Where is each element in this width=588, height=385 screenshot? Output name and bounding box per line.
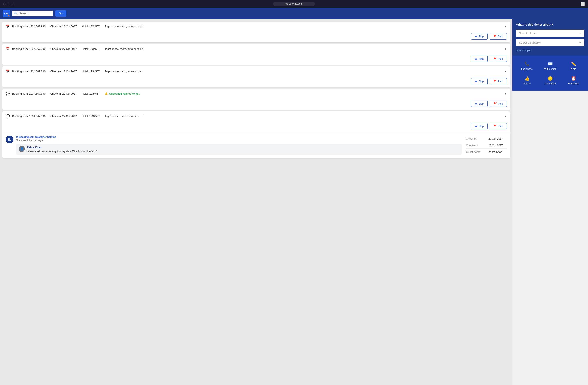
tags-5: Tags: cancel room, auto-handled xyxy=(105,115,143,118)
browser-icon: ⬜ xyxy=(581,2,585,6)
reminder-button[interactable]: ⏰ Reminder xyxy=(562,74,585,87)
topic-chevron-icon: ▼ xyxy=(579,32,582,35)
go-button[interactable]: Go xyxy=(55,10,66,17)
detail-row-checkin: Check-in: 27 Oct 2017 xyxy=(466,135,507,142)
pick-button-3[interactable]: 🚩 Pick xyxy=(490,78,507,84)
ticket-actions-3: ⏭ Skip 🚩 Pick xyxy=(2,76,510,87)
search-input[interactable] xyxy=(19,12,51,15)
pick-button-1[interactable]: 🚩 Pick xyxy=(490,33,507,39)
chat-icon-4: 💬 xyxy=(6,92,10,96)
ticket-header-4[interactable]: 💬 Booking num: 1234.567.890 Check-in: 27… xyxy=(2,89,510,98)
guest-message-text: "Please add an extra night to my stay. C… xyxy=(27,150,97,153)
note-button[interactable]: ✏️ Note xyxy=(562,59,585,73)
logo-dot xyxy=(8,15,9,16)
ticket-actions-4: ⏭ Skip 🚩 Pick xyxy=(2,98,510,110)
skip-icon-4: ⏭ xyxy=(475,102,478,105)
detail-row-guest: Guest name: Zahra Khan xyxy=(466,149,507,155)
chevron-down-icon-1: ▼ xyxy=(504,25,507,28)
booking-num-2: Booking num: 1234.567.890 xyxy=(12,47,45,50)
ticket-actions-5: ⏭ Skip 🚩 Pick xyxy=(2,121,510,132)
pick-icon-5: 🚩 xyxy=(493,125,497,128)
search-icon: 🔍 xyxy=(14,12,18,15)
skip-icon-1: ⏭ xyxy=(475,35,478,38)
solved-button[interactable]: 👍 Solved xyxy=(516,74,538,87)
alarm-icon: ⏰ xyxy=(571,76,576,81)
chevron-down-icon-3: ▼ xyxy=(504,70,507,73)
write-email-button[interactable]: ✉️ Write email xyxy=(539,59,562,73)
url-bar[interactable]: cs.booking.com xyxy=(273,2,315,6)
hotel-5: Hotel: 1234567 xyxy=(82,115,100,118)
guest-name-label: Guest name: xyxy=(466,150,484,153)
booking-num-4: Booking num: 1234.567.890 xyxy=(12,92,45,95)
booking-num-5: Booking num: 1234.567.890 xyxy=(12,115,45,118)
subtopic-chevron-icon: ▼ xyxy=(579,41,582,44)
checkin-label: Check-in: xyxy=(466,137,484,140)
skip-button-3[interactable]: ⏭ Skip xyxy=(471,78,487,84)
layout: 📅 Booking num: 1234.567.890 Check-in: 27… xyxy=(0,19,588,385)
ticket-info-2: Booking num: 1234.567.890 Check-in: 27 O… xyxy=(12,47,502,50)
topic-select[interactable]: Select a topic ▼ xyxy=(516,30,584,37)
reminder-label: Reminder xyxy=(568,82,579,85)
ticket-card-4: 💬 Booking num: 1234.567.890 Check-in: 27… xyxy=(2,89,510,110)
booking-avatar: B. xyxy=(6,135,14,143)
checkin-1: Check-in: 27 Oct 2017 xyxy=(50,25,77,28)
skip-button-2[interactable]: ⏭ Skip xyxy=(471,56,487,62)
booking-num-3: Booking num: 1234.567.890 xyxy=(12,70,45,73)
ticket-header-5[interactable]: 💬 Booking num: 1234.567.890 Check-in: 27… xyxy=(2,111,510,121)
ticket-header-2[interactable]: 📅 Booking num: 1234.567.890 Check-in: 27… xyxy=(2,44,510,54)
chevron-down-icon-2: ▼ xyxy=(504,48,507,50)
complaint-label: Complaint xyxy=(545,82,556,85)
ticket-about-panel: What is this ticket about? Select a topi… xyxy=(512,19,588,56)
pick-button-5[interactable]: 🚩 Pick xyxy=(490,123,507,129)
solved-label: Solved xyxy=(523,82,531,85)
bell-icon: 🔔 xyxy=(105,92,108,95)
sad-icon: 😞 xyxy=(548,76,553,81)
titlebar: cs.booking.com ⬜ xyxy=(0,0,588,8)
window-controls xyxy=(3,3,15,5)
hotel-4: Hotel: 1234567 xyxy=(82,92,100,95)
skip-icon-3: ⏭ xyxy=(475,80,478,83)
pick-button-2[interactable]: 🚩 Pick xyxy=(490,56,507,62)
skip-button-5[interactable]: ⏭ Skip xyxy=(471,123,487,129)
ticket-header-1[interactable]: 📅 Booking num: 1234.567.890 Check-in: 27… xyxy=(2,22,510,31)
see-all-topics-link[interactable]: See all topics xyxy=(516,49,532,52)
ticket-card-2: 📅 Booking num: 1234.567.890 Check-in: 27… xyxy=(2,44,510,65)
hotel-1: Hotel: 1234567 xyxy=(82,25,100,28)
close-dot[interactable] xyxy=(3,3,6,5)
calendar-icon-1: 📅 xyxy=(6,24,10,28)
message-subtitle: Guest sent this message xyxy=(16,139,462,142)
sidebar: What is this ticket about? Select a topi… xyxy=(512,19,588,385)
tags-1: Tags: cancel room, auto-handled xyxy=(105,25,143,28)
pick-icon-2: 🚩 xyxy=(493,57,497,60)
maximize-dot[interactable] xyxy=(12,3,15,5)
subtopic-placeholder: Select a subtopic xyxy=(519,41,541,44)
ticket-info-5: Booking num: 1234.567.890 Check-in: 27 O… xyxy=(12,115,502,118)
skip-button-1[interactable]: ⏭ Skip xyxy=(471,33,487,39)
pick-icon-4: 🚩 xyxy=(493,102,497,105)
write-email-label: Write email xyxy=(544,67,556,70)
skip-button-4[interactable]: ⏭ Skip xyxy=(471,100,487,107)
chevron-up-icon-5: ▲ xyxy=(504,115,507,118)
minimize-dot[interactable] xyxy=(8,3,10,5)
ticket-actions-2: ⏭ Skip 🚩 Pick xyxy=(2,54,510,65)
subtopic-select[interactable]: Select a subtopic ▼ xyxy=(516,39,584,46)
main-content: 📅 Booking num: 1234.567.890 Check-in: 27… xyxy=(0,19,512,385)
checkin-value: 27 Oct 2017 xyxy=(488,137,503,140)
pick-button-4[interactable]: 🚩 Pick xyxy=(490,100,507,107)
ticket-header-3[interactable]: 📅 Booking num: 1234.567.890 Check-in: 27… xyxy=(2,66,510,76)
pick-icon-3: 🚩 xyxy=(493,80,497,83)
search-bar[interactable]: 🔍 xyxy=(12,11,53,16)
message-body: Zahra Khan "Please add an extra night to… xyxy=(27,146,97,153)
note-label: Note xyxy=(571,67,576,70)
log-phone-button[interactable]: 📞 Log phone xyxy=(516,59,538,73)
ticket-card-3: 📅 Booking num: 1234.567.890 Check-in: 27… xyxy=(2,66,510,87)
header: TED 🔍 Go xyxy=(0,8,588,19)
complaint-button[interactable]: 😞 Complaint xyxy=(539,74,562,87)
ticket-card-5: 💬 Booking num: 1234.567.890 Check-in: 27… xyxy=(2,111,510,158)
email-icon: ✉️ xyxy=(548,61,553,66)
guest-replied-badge: 🔔 Guest had replied to you xyxy=(105,92,140,95)
calendar-icon-2: 📅 xyxy=(6,47,10,51)
actions-panel: 📞 Log phone ✉️ Write email ✏️ Note 👍 Sol… xyxy=(512,56,588,91)
ticket-actions-1: ⏭ Skip 🚩 Pick xyxy=(2,31,510,42)
skip-icon-2: ⏭ xyxy=(475,57,478,60)
